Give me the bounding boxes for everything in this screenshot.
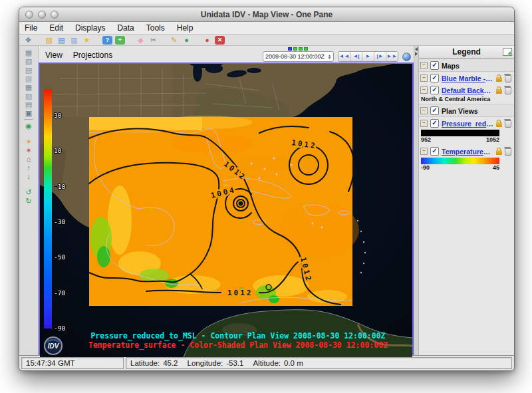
lock-icon[interactable]	[496, 150, 502, 155]
group-visibility-checkbox[interactable]: ✓	[430, 106, 439, 115]
item-visibility-checkbox[interactable]: ✓	[430, 86, 439, 94]
display-link[interactable]: Default Background Maps	[442, 86, 493, 94]
group-label: Plan Views	[442, 107, 478, 115]
menu-tools[interactable]: Tools	[146, 23, 165, 33]
save-icon[interactable]: ▤	[57, 36, 66, 45]
remove-display-icon[interactable]	[505, 87, 511, 94]
record-image-icon[interactable]: ●	[202, 36, 212, 45]
display-link[interactable]: Blue Marble - Dynamic	[442, 74, 493, 82]
go-to-end-button[interactable]: ►►	[386, 52, 398, 61]
legend-splitter[interactable]	[414, 46, 419, 355]
viewpoint-toolbar: ▦ ▧ ▤ ▥ ▦ ▧ ▤ ▣ ◉ ✶ ✶ ⌂ ↑ ↓ ↺ ↻	[19, 46, 39, 355]
remove-display-icon[interactable]	[505, 148, 511, 156]
pressure-caption: Pressure_reduced_to_MSL - Contour Plan V…	[90, 331, 385, 341]
display-link[interactable]: Temperature_surface - ...	[442, 148, 493, 156]
viewpoint-icon-1[interactable]: ▦	[23, 49, 34, 57]
indicator-step	[293, 47, 297, 51]
viewpoint-icon-3[interactable]: ▤	[23, 66, 34, 74]
flag-icon[interactable]: ✶	[23, 146, 34, 154]
viewpoint-icon-6[interactable]: ▧	[23, 92, 34, 100]
collapse-item-button[interactable]: −	[420, 148, 428, 155]
collapse-item-button[interactable]: −	[420, 86, 428, 94]
legend-group-maps: − ✓ Maps	[419, 59, 514, 72]
sunlight-icon[interactable]: ✶	[23, 138, 34, 146]
view-menu[interactable]: View	[45, 51, 63, 60]
redo-icon[interactable]: ↻	[23, 197, 34, 205]
collapse-group-button[interactable]: −	[420, 62, 428, 69]
help-icon[interactable]: ?	[102, 36, 112, 45]
step-back-button[interactable]: ◄|	[350, 52, 362, 61]
svg-text:IDV: IDV	[48, 342, 60, 350]
pressure-colorbar-labels: 952 1052	[421, 136, 499, 143]
add-display-icon[interactable]: +	[115, 36, 125, 45]
collapse-left-icon[interactable]	[415, 47, 418, 51]
position-readout: Latitude: 45.2 Longitude: -53.1 Altitude…	[126, 357, 512, 369]
view-menu-strip: View Projections 2008-08	[39, 46, 414, 63]
idv-logo: IDV	[45, 337, 62, 354]
display-link[interactable]: Pressure_reduced_to_MS...	[442, 120, 493, 128]
lock-icon[interactable]	[496, 77, 502, 82]
item-visibility-checkbox[interactable]: ✓	[430, 74, 439, 82]
close-icon[interactable]: ✕	[215, 36, 225, 45]
menu-help[interactable]: Help	[177, 23, 194, 33]
perspective-icon[interactable]: ▣	[23, 109, 34, 117]
lock-icon[interactable]	[496, 122, 502, 127]
menu-file[interactable]: File	[25, 23, 37, 33]
collapse-right-icon[interactable]	[415, 52, 418, 56]
favorites-star-icon[interactable]: ★	[82, 36, 92, 45]
legend-item-pressure: − ✓ Pressure_reduced_to_MS...	[419, 117, 514, 129]
longitude-label: Longitude:	[188, 359, 223, 367]
show-dashboard-icon[interactable]: ❖	[23, 36, 33, 45]
pressure-colorbar[interactable]	[421, 130, 499, 136]
desktop: Unidata IDV - Map View - One Pane File E…	[0, 0, 532, 393]
undo-icon[interactable]: ↺	[23, 188, 34, 196]
altitude-value: 0.0 m	[284, 359, 303, 367]
go-to-start-button[interactable]: ◄◄	[338, 52, 350, 61]
title-bar[interactable]: Unidata IDV - Map View - One Pane	[19, 7, 514, 22]
vertical-down-icon[interactable]: ↓	[23, 172, 34, 180]
group-visibility-checkbox[interactable]: ✓	[430, 61, 439, 70]
viewpoint-icon-7[interactable]: ▤	[23, 100, 34, 108]
menu-displays[interactable]: Displays	[75, 23, 105, 33]
main-area: ▦ ▧ ▤ ▥ ▦ ▧ ▤ ▣ ◉ ✶ ✶ ⌂ ↑ ↓ ↺ ↻	[19, 46, 514, 355]
remove-display-icon[interactable]	[505, 75, 511, 82]
float-legend-icon[interactable]	[503, 48, 512, 56]
latitude-value: 45.2	[163, 359, 178, 367]
projections-menu[interactable]: Projections	[73, 51, 112, 60]
svg-text:-30: -30	[54, 218, 65, 225]
map-view[interactable]: 1012 1012 1004 1012 1012 30 10	[39, 63, 414, 355]
item-visibility-checkbox[interactable]: ✓	[430, 119, 439, 128]
viewpoint-icon-4[interactable]: ▥	[23, 74, 34, 82]
lock-icon[interactable]	[496, 89, 502, 94]
cut-icon[interactable]: ✂	[148, 36, 158, 45]
step-forward-button[interactable]: |►	[374, 52, 386, 61]
legend-header: Legend	[419, 46, 514, 59]
copy-bundle-icon[interactable]: ▥	[69, 36, 79, 45]
item-visibility-checkbox[interactable]: ✓	[430, 147, 439, 156]
menu-data[interactable]: Data	[117, 23, 134, 33]
rail-divider	[24, 119, 33, 120]
vertical-up-icon[interactable]: ↑	[23, 164, 34, 172]
time-select[interactable]: 2008-08-30 12:00:00Z ▲▼	[263, 51, 334, 62]
temperature-legend-colorbar[interactable]	[421, 158, 499, 164]
globe-icon[interactable]: ◉	[23, 122, 34, 130]
open-file-icon[interactable]: ▨	[44, 36, 54, 45]
collapse-group-button[interactable]: −	[420, 107, 428, 114]
home-viewpoint-icon[interactable]: ⌂	[23, 155, 34, 163]
play-button[interactable]: ►	[362, 52, 374, 61]
indicator-step	[299, 47, 303, 51]
svg-text:30: 30	[54, 112, 62, 119]
animation-controls: ◄◄ ◄| ► |► ►►	[338, 51, 398, 62]
viewpoint-icon-2[interactable]: ▧	[23, 57, 34, 65]
collapse-item-button[interactable]: −	[420, 74, 428, 82]
collapse-item-button[interactable]: −	[420, 120, 428, 127]
animation-properties-icon[interactable]	[402, 53, 411, 61]
viewpoint-icon-5[interactable]: ▦	[23, 83, 34, 91]
menu-edit[interactable]: Edit	[49, 23, 63, 33]
globe-projection-icon[interactable]: ●	[182, 36, 192, 45]
time-stepper[interactable]: ▲▼	[328, 54, 331, 59]
idv-window: Unidata IDV - Map View - One Pane File E…	[19, 7, 515, 371]
remove-display-icon[interactable]	[505, 120, 511, 128]
edit-pencil-icon[interactable]: ✎	[169, 36, 179, 45]
erase-icon[interactable]: ◆	[136, 36, 146, 45]
